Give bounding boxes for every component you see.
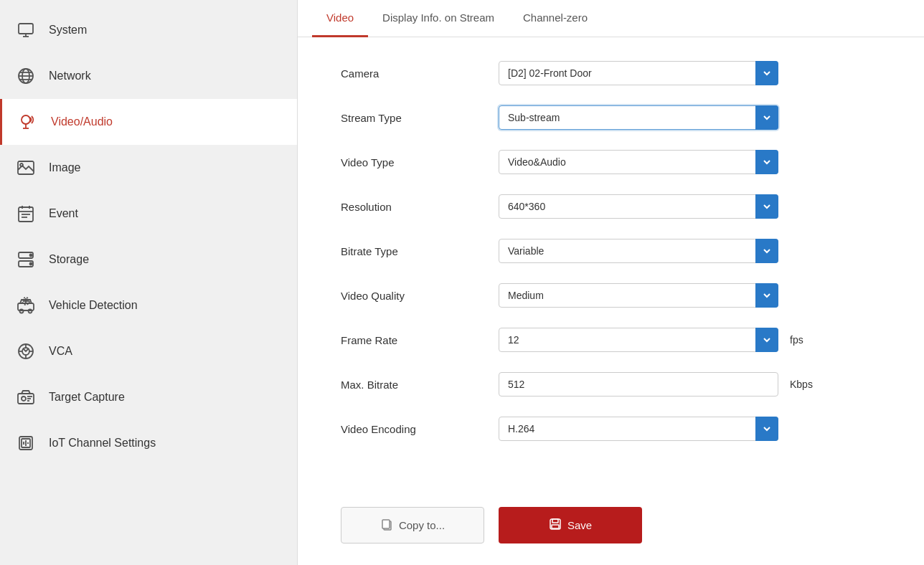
image-icon (14, 156, 37, 179)
svg-point-12 (20, 163, 23, 166)
copy-icon (380, 518, 393, 533)
bottom-bar: Copy to... Save (298, 493, 924, 565)
stream-type-row: Stream Type Sub-stream (341, 103, 881, 132)
resolution-select-wrapper: 640*360 (499, 194, 778, 219)
bitrate-type-control: Variable (499, 239, 881, 263)
target-capture-icon (14, 386, 37, 409)
sidebar-item-video-audio[interactable]: Video/Audio (0, 99, 297, 145)
max-bitrate-row: Max. Bitrate Kbps (341, 370, 881, 399)
svg-rect-46 (382, 520, 390, 528)
frame-rate-unit: fps (790, 334, 803, 346)
sidebar-item-label: Network (49, 70, 91, 82)
svg-point-25 (29, 310, 32, 313)
save-label: Save (567, 519, 592, 531)
tab-display-info[interactable]: Display Info. on Stream (368, 0, 509, 37)
resolution-select[interactable]: 640*360 (499, 194, 778, 219)
sidebar-item-iot-channel[interactable]: IoT Channel Settings (0, 420, 297, 466)
bitrate-type-label: Bitrate Type (341, 245, 499, 257)
camera-select-wrapper: [D2] 02-Front Door (499, 61, 778, 85)
video-encoding-label: Video Encoding (341, 423, 499, 435)
sidebar-item-storage[interactable]: Storage (0, 237, 297, 282)
camera-control: [D2] 02-Front Door (499, 61, 881, 85)
sidebar-item-label: Vehicle Detection (49, 299, 138, 312)
video-encoding-control: H.264 (499, 417, 881, 441)
video-type-label: Video Type (341, 156, 499, 168)
tab-video[interactable]: Video (312, 0, 368, 37)
camera-select[interactable]: [D2] 02-Front Door (499, 61, 778, 85)
video-encoding-row: Video Encoding H.264 (341, 414, 881, 443)
sidebar-item-label: Target Capture (49, 391, 125, 404)
frame-rate-label: Frame Rate (341, 334, 499, 346)
resolution-row: Resolution 640*360 (341, 192, 881, 221)
resolution-label: Resolution (341, 201, 499, 213)
sidebar-item-target-capture[interactable]: Target Capture (0, 374, 297, 420)
sidebar-item-vehicle-detection[interactable]: Vehicle Detection (0, 282, 297, 328)
frame-rate-control: 12 fps (499, 328, 881, 352)
svg-point-21 (30, 255, 32, 257)
copy-to-button[interactable]: Copy to... (341, 507, 484, 543)
tab-channel-zero[interactable]: Channel-zero (509, 0, 602, 37)
video-type-row: Video Type Video&Audio (341, 148, 881, 176)
vca-icon (14, 340, 37, 363)
svg-rect-49 (552, 525, 559, 528)
save-icon (549, 518, 562, 533)
max-bitrate-control: Kbps (499, 372, 881, 397)
tab-bar: Video Display Info. on Stream Channel-ze… (298, 0, 924, 37)
sidebar-item-network[interactable]: Network (0, 53, 297, 99)
camera-row: Camera [D2] 02-Front Door (341, 59, 881, 87)
vehicle-detection-icon (14, 294, 37, 317)
bitrate-type-select[interactable]: Variable (499, 239, 778, 263)
frame-rate-row: Frame Rate 12 fps (341, 326, 881, 354)
save-button[interactable]: Save (499, 507, 642, 543)
svg-rect-0 (19, 24, 33, 34)
event-icon (14, 202, 37, 225)
frame-rate-select[interactable]: 12 (499, 328, 778, 352)
main-content: Video Display Info. on Stream Channel-ze… (298, 0, 924, 565)
frame-rate-select-wrapper: 12 (499, 328, 778, 352)
video-quality-select[interactable]: Medium (499, 283, 778, 308)
sidebar: System Network Video/Audio (0, 0, 298, 565)
iot-icon (14, 432, 37, 455)
sidebar-item-event[interactable]: Event (0, 191, 297, 237)
max-bitrate-label: Max. Bitrate (341, 379, 499, 391)
bitrate-type-row: Bitrate Type Variable (341, 237, 881, 265)
system-icon (14, 19, 37, 42)
network-icon (14, 65, 37, 87)
video-quality-label: Video Quality (341, 290, 499, 302)
sidebar-item-label: Image (49, 161, 80, 174)
sidebar-item-image[interactable]: Image (0, 145, 297, 191)
stream-type-select[interactable]: Sub-stream (499, 105, 778, 130)
resolution-control: 640*360 (499, 194, 881, 219)
svg-point-22 (30, 263, 32, 265)
video-encoding-select-wrapper: H.264 (499, 417, 778, 441)
video-audio-icon (16, 110, 39, 133)
video-type-control: Video&Audio (499, 150, 881, 174)
max-bitrate-unit: Kbps (790, 379, 813, 390)
video-encoding-select[interactable]: H.264 (499, 417, 778, 441)
video-quality-control: Medium (499, 283, 881, 308)
video-type-select[interactable]: Video&Audio (499, 150, 778, 174)
svg-point-36 (22, 397, 26, 401)
sidebar-item-system[interactable]: System (0, 7, 297, 53)
sidebar-item-label: Storage (49, 253, 89, 266)
sidebar-item-label: IoT Channel Settings (49, 437, 156, 450)
video-quality-select-wrapper: Medium (499, 283, 778, 308)
stream-type-select-wrapper: Sub-stream (499, 105, 778, 130)
svg-rect-48 (552, 519, 558, 523)
form-content: Camera [D2] 02-Front Door Stream Type (298, 37, 924, 493)
svg-point-8 (22, 115, 30, 124)
storage-icon (14, 248, 37, 271)
svg-point-24 (20, 310, 24, 313)
max-bitrate-input[interactable] (499, 372, 778, 397)
video-type-select-wrapper: Video&Audio (499, 150, 778, 174)
bitrate-type-select-wrapper: Variable (499, 239, 778, 263)
copy-to-label: Copy to... (399, 519, 445, 531)
sidebar-item-label: Video/Audio (51, 115, 113, 128)
sidebar-item-label: VCA (49, 345, 72, 358)
sidebar-item-label: System (49, 24, 87, 37)
stream-type-label: Stream Type (341, 112, 499, 124)
stream-type-control: Sub-stream (499, 105, 881, 130)
sidebar-item-label: Event (49, 207, 78, 220)
sidebar-item-vca[interactable]: VCA (0, 328, 297, 374)
camera-label: Camera (341, 67, 499, 80)
